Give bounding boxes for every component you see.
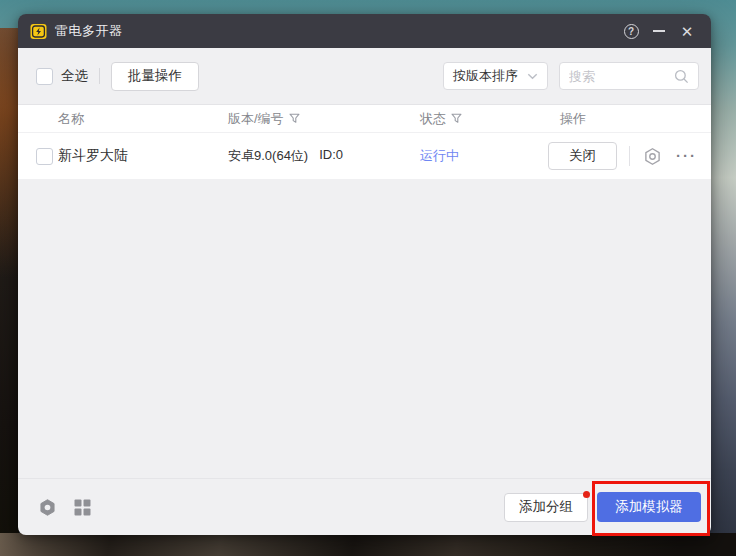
desktop-bottom-mountain bbox=[0, 533, 736, 556]
header-name: 名称 bbox=[58, 110, 228, 128]
grid-view-icon[interactable] bbox=[74, 499, 91, 516]
header-version: 版本/编号 bbox=[228, 110, 420, 128]
header-operations: 操作 bbox=[548, 110, 711, 128]
instance-version: 安卓9.0(64位) ID:0 bbox=[228, 147, 420, 165]
sort-dropdown-value: 按版本排序 bbox=[453, 67, 518, 85]
empty-list-area bbox=[18, 179, 711, 478]
ops-divider bbox=[629, 146, 630, 166]
instance-os: 安卓9.0(64位) bbox=[228, 147, 308, 165]
search-input[interactable] bbox=[569, 69, 674, 84]
minimize-icon bbox=[653, 30, 665, 32]
app-window: 雷电多开器 ? ✕ 全选 批量操作 按版本排序 bbox=[18, 14, 711, 535]
instance-operations: 关闭 ··· bbox=[548, 142, 711, 170]
add-emulator-button[interactable]: 添加模拟器 bbox=[597, 492, 701, 522]
version-filter-icon[interactable] bbox=[289, 113, 300, 124]
instance-status: 运行中 bbox=[420, 147, 548, 165]
header-status: 状态 bbox=[420, 110, 548, 128]
close-button[interactable]: ✕ bbox=[673, 18, 701, 44]
search-box bbox=[559, 62, 699, 90]
footer-bar: 添加分组 添加模拟器 bbox=[18, 478, 711, 535]
toolbar-right-group: 按版本排序 bbox=[443, 62, 699, 90]
sort-dropdown[interactable]: 按版本排序 bbox=[443, 62, 548, 90]
table-row: 新斗罗大陆 安卓9.0(64位) ID:0 运行中 关闭 ··· bbox=[18, 132, 711, 179]
instance-settings-gear-icon[interactable] bbox=[642, 146, 663, 167]
table-header: 名称 版本/编号 状态 操作 bbox=[18, 104, 711, 132]
select-all-label: 全选 bbox=[61, 67, 88, 85]
search-icon bbox=[674, 69, 689, 84]
select-all-checkbox[interactable] bbox=[36, 68, 53, 85]
close-icon: ✕ bbox=[681, 24, 694, 39]
stop-instance-button[interactable]: 关闭 bbox=[548, 142, 617, 170]
footer-settings-gear-icon[interactable] bbox=[38, 498, 57, 517]
help-icon: ? bbox=[624, 24, 639, 39]
toolbar-divider bbox=[99, 68, 100, 84]
instance-name: 新斗罗大陆 bbox=[58, 147, 228, 165]
add-group-label: 添加分组 bbox=[519, 498, 573, 516]
notification-dot bbox=[583, 491, 590, 498]
app-logo-icon bbox=[30, 23, 47, 40]
chevron-down-icon bbox=[527, 73, 538, 80]
minimize-button[interactable] bbox=[645, 18, 673, 44]
add-group-button[interactable]: 添加分组 bbox=[504, 493, 588, 522]
more-options-ellipsis-icon[interactable]: ··· bbox=[676, 151, 697, 161]
window-controls: ? ✕ bbox=[617, 18, 701, 44]
desktop-left-cliff bbox=[0, 28, 19, 556]
window-title: 雷电多开器 bbox=[55, 22, 123, 40]
help-button[interactable]: ? bbox=[617, 18, 645, 44]
batch-operations-button[interactable]: 批量操作 bbox=[111, 62, 199, 91]
row-checkbox[interactable] bbox=[36, 148, 53, 165]
titlebar: 雷电多开器 ? ✕ bbox=[18, 14, 711, 48]
toolbar: 全选 批量操作 按版本排序 bbox=[18, 48, 711, 104]
status-filter-icon[interactable] bbox=[451, 113, 462, 124]
instance-id: ID:0 bbox=[319, 147, 343, 165]
